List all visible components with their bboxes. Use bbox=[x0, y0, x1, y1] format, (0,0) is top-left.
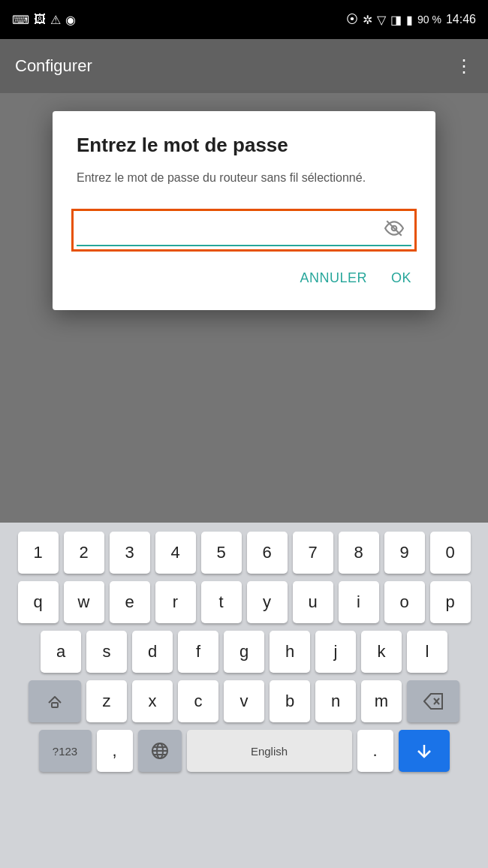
ok-button[interactable]: OK bbox=[391, 267, 411, 289]
warning-icon: ⚠ bbox=[50, 13, 61, 27]
password-dialog: Entrez le mot de passe Entrez le mot de … bbox=[53, 111, 435, 310]
status-bar: ⌨ 🖼 ⚠ ◉ ⦿ ✲ ▽ ◨ ▮ 90 % 14:46 bbox=[0, 0, 488, 39]
app-bar: Configurer ⋮ bbox=[0, 39, 488, 93]
globe-key[interactable] bbox=[138, 730, 182, 772]
keyboard-row-bottom: ?123 , English . bbox=[6, 730, 482, 772]
location-icon: ⦿ bbox=[346, 13, 358, 26]
key-y[interactable]: y bbox=[247, 581, 288, 623]
key-f[interactable]: f bbox=[178, 631, 218, 673]
key-s[interactable]: s bbox=[86, 631, 127, 673]
keyboard-row-numbers: 1 2 3 4 5 6 7 8 9 0 bbox=[6, 532, 482, 574]
key-b[interactable]: b bbox=[270, 680, 310, 722]
password-input-wrapper bbox=[77, 214, 411, 246]
signal-icon: ◨ bbox=[390, 13, 402, 27]
battery-percent: 90 % bbox=[417, 14, 441, 26]
bb-icon: ◉ bbox=[65, 13, 76, 27]
key-e[interactable]: e bbox=[110, 581, 150, 623]
key-t[interactable]: t bbox=[201, 581, 242, 623]
key-g[interactable]: g bbox=[224, 631, 264, 673]
key-6[interactable]: 6 bbox=[247, 532, 288, 574]
more-options-button[interactable]: ⋮ bbox=[455, 56, 473, 77]
key-v[interactable]: v bbox=[224, 680, 264, 722]
content-area: Entrez le mot de passe Entrez le mot de … bbox=[0, 93, 488, 523]
key-8[interactable]: 8 bbox=[339, 532, 379, 574]
key-i[interactable]: i bbox=[339, 581, 379, 623]
key-d[interactable]: d bbox=[132, 631, 173, 673]
comma-key[interactable]: , bbox=[97, 730, 133, 772]
keyboard-icon: ⌨ bbox=[12, 13, 29, 27]
wifi-icon: ▽ bbox=[377, 13, 386, 27]
app-bar-title: Configurer bbox=[15, 56, 92, 76]
key-o[interactable]: o bbox=[384, 581, 425, 623]
dialog-description: Entrez le mot de passe du routeur sans f… bbox=[77, 169, 411, 187]
status-icons-left: ⌨ 🖼 ⚠ ◉ bbox=[12, 13, 76, 27]
key-u[interactable]: u bbox=[293, 581, 333, 623]
key-h[interactable]: h bbox=[270, 631, 310, 673]
key-9[interactable]: 9 bbox=[384, 532, 425, 574]
keyboard: 1 2 3 4 5 6 7 8 9 0 q w e r t y u i o p … bbox=[0, 523, 488, 868]
key-w[interactable]: w bbox=[64, 581, 104, 623]
dialog-actions: Annuler OK bbox=[77, 267, 411, 289]
bluetooth-icon: ✲ bbox=[363, 13, 372, 27]
key-1[interactable]: 1 bbox=[18, 532, 59, 574]
key-x[interactable]: x bbox=[132, 680, 173, 722]
key-5[interactable]: 5 bbox=[201, 532, 242, 574]
key-2[interactable]: 2 bbox=[64, 532, 104, 574]
key-p[interactable]: p bbox=[430, 581, 471, 623]
keyboard-row-a: a s d f g h j k l bbox=[6, 631, 482, 673]
key-0[interactable]: 0 bbox=[430, 532, 471, 574]
key-4[interactable]: 4 bbox=[155, 532, 196, 574]
key-n[interactable]: n bbox=[315, 680, 356, 722]
key-7[interactable]: 7 bbox=[293, 532, 333, 574]
image-icon: 🖼 bbox=[34, 13, 46, 26]
sym-key[interactable]: ?123 bbox=[39, 730, 92, 772]
dialog-title: Entrez le mot de passe bbox=[77, 134, 411, 157]
key-r[interactable]: r bbox=[155, 581, 196, 623]
key-q[interactable]: q bbox=[18, 581, 59, 623]
battery-icon: ▮ bbox=[406, 13, 413, 27]
shift-key[interactable] bbox=[29, 680, 81, 722]
keyboard-row-z: z x c v b n m bbox=[6, 680, 482, 722]
key-a[interactable]: a bbox=[41, 631, 81, 673]
key-j[interactable]: j bbox=[315, 631, 356, 673]
key-3[interactable]: 3 bbox=[110, 532, 150, 574]
cancel-button[interactable]: Annuler bbox=[300, 267, 367, 289]
password-input[interactable] bbox=[77, 214, 411, 246]
status-icons-right: ⦿ ✲ ▽ ◨ ▮ 90 % 14:46 bbox=[346, 13, 476, 27]
dot-key[interactable]: . bbox=[357, 730, 393, 772]
svg-rect-2 bbox=[52, 703, 58, 707]
toggle-password-visibility-icon[interactable] bbox=[384, 219, 404, 243]
clock: 14:46 bbox=[446, 13, 476, 26]
backspace-key[interactable] bbox=[407, 680, 459, 722]
space-key[interactable]: English bbox=[187, 730, 352, 772]
enter-key[interactable] bbox=[399, 730, 450, 772]
key-c[interactable]: c bbox=[178, 680, 218, 722]
keyboard-row-q: q w e r t y u i o p bbox=[6, 581, 482, 623]
key-k[interactable]: k bbox=[361, 631, 402, 673]
key-m[interactable]: m bbox=[361, 680, 402, 722]
key-z[interactable]: z bbox=[86, 680, 127, 722]
key-l[interactable]: l bbox=[407, 631, 447, 673]
